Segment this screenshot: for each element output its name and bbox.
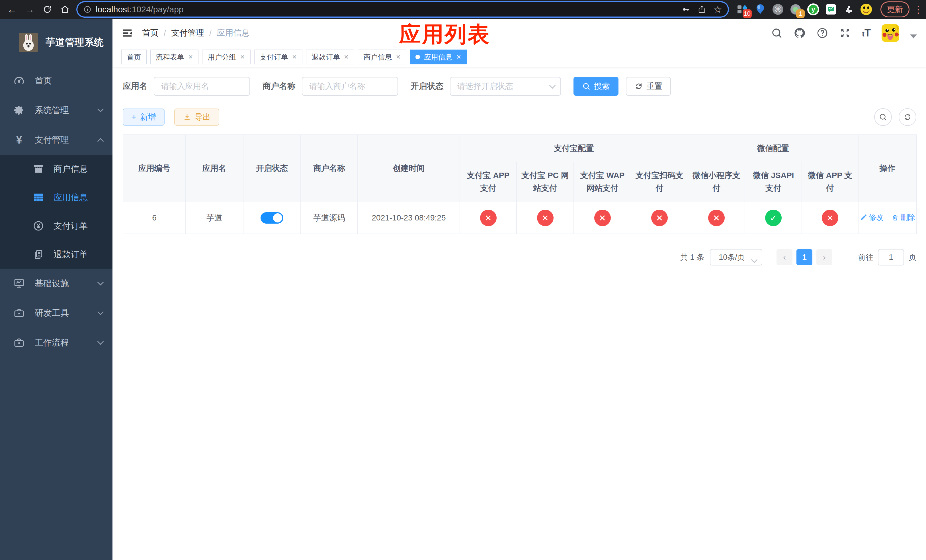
- blue-diamond-extension-icon[interactable]: 10: [736, 3, 749, 16]
- merchant-name-input[interactable]: [302, 77, 398, 96]
- table-row: 6芋道芋道源码2021-10-23 08:49:25✕✕✕✕✕✓✕修改删除: [123, 202, 917, 234]
- sidebar-item-label: 基础设施: [35, 278, 98, 289]
- bookmark-star-icon[interactable]: ☆: [714, 5, 722, 14]
- gear-icon: [12, 104, 26, 116]
- page-number-button[interactable]: 1: [796, 249, 813, 265]
- emoji-extension-icon[interactable]: [860, 3, 873, 16]
- sidebar-item-dev-tools[interactable]: 研发工具: [0, 298, 112, 328]
- key-icon[interactable]: [682, 5, 690, 14]
- apps-table: 应用编号应用名开启状态商户名称创建时间支付宝配置微信配置操作支付宝 APP 支付…: [123, 135, 917, 234]
- refresh-button[interactable]: [899, 108, 916, 126]
- tab-app-info[interactable]: 应用信息×: [410, 50, 467, 64]
- avatar-caret-icon[interactable]: [910, 35, 917, 38]
- url-text[interactable]: localhost:1024/pay/app: [96, 5, 678, 14]
- breadcrumb: 首页/支付管理/应用信息: [142, 27, 250, 39]
- home-icon[interactable]: [57, 2, 73, 17]
- sidebar-item-refund-order[interactable]: 退款订单: [0, 240, 112, 269]
- cross-circle-icon: ✕: [651, 210, 668, 226]
- browser-update-button[interactable]: 更新: [881, 2, 909, 17]
- reset-button[interactable]: 重置: [626, 77, 671, 96]
- delete-link[interactable]: 删除: [891, 212, 915, 222]
- search-button[interactable]: 搜索: [573, 77, 619, 96]
- sidebar-item-system[interactable]: 系统管理: [0, 95, 112, 125]
- font-size-icon[interactable]: tT: [862, 27, 871, 39]
- sidebar-item-pay-order[interactable]: 支付订单: [0, 212, 112, 240]
- grid-icon: [32, 192, 45, 203]
- close-icon[interactable]: ×: [188, 53, 193, 61]
- prev-page-button[interactable]: ‹: [776, 249, 793, 265]
- sidebar-item-infrastructure[interactable]: 基础设施: [0, 269, 112, 298]
- tab-label: 支付订单: [260, 52, 288, 62]
- cross-circle-icon: ✕: [480, 210, 496, 226]
- table-toolbar: + 新增 导出: [123, 108, 916, 126]
- chevron-down-icon: [97, 106, 104, 112]
- info-icon[interactable]: [83, 5, 92, 14]
- collapse-sidebar-icon[interactable]: [119, 24, 136, 42]
- goto-page-input[interactable]: [878, 249, 904, 265]
- sidebar-item-payment[interactable]: ¥支付管理: [0, 125, 112, 155]
- sidebar-logo[interactable]: 芋道管理系统: [0, 19, 112, 66]
- chevron-down-icon: [97, 338, 104, 345]
- app-name-input[interactable]: [154, 77, 250, 96]
- help-icon[interactable]: [816, 27, 828, 39]
- tab-label: 流程表单: [156, 52, 184, 62]
- close-icon[interactable]: ×: [344, 53, 348, 61]
- breadcrumb-item[interactable]: 首页: [142, 27, 159, 39]
- total-count: 共 1 条: [680, 252, 704, 262]
- tab-pay-order[interactable]: 支付订单×: [254, 50, 303, 64]
- page-content: 应用名 商户名称 开启状态 搜索: [112, 67, 926, 560]
- reload-icon[interactable]: [39, 2, 55, 17]
- monitor-icon: [12, 278, 26, 289]
- enabled-switch[interactable]: [260, 212, 283, 224]
- close-icon[interactable]: ×: [396, 53, 400, 61]
- green-dot-extension-icon[interactable]: 1: [789, 3, 802, 16]
- merchant-name-label: 商户名称: [263, 80, 295, 92]
- puzzle-extension-icon[interactable]: [842, 3, 855, 16]
- share-icon[interactable]: [698, 5, 706, 14]
- close-icon[interactable]: ×: [240, 53, 245, 61]
- cell-channel-status: ✕: [631, 202, 688, 234]
- cell-channel-status: ✕: [516, 202, 574, 234]
- user-avatar[interactable]: [882, 24, 899, 42]
- cell-merchant: 芋道源码: [301, 202, 358, 234]
- sidebar-item-app-info[interactable]: 应用信息: [0, 183, 112, 212]
- address-bar[interactable]: localhost:1024/pay/app ☆: [77, 2, 728, 17]
- sidebar-item-label: 退款订单: [53, 249, 103, 260]
- yen-icon: ¥: [12, 134, 26, 145]
- close-icon[interactable]: ×: [292, 53, 297, 61]
- back-icon[interactable]: ←: [4, 2, 20, 17]
- browser-menu-icon[interactable]: ⋮: [914, 4, 922, 15]
- chevron-down-icon: [97, 279, 104, 286]
- cell-channel-status: ✕: [574, 202, 631, 234]
- tab-label: 首页: [127, 52, 141, 62]
- breadcrumb-item[interactable]: 支付管理: [171, 27, 204, 39]
- sidebar-item-merchant-info[interactable]: 商户信息: [0, 155, 112, 183]
- sidebar-item-home[interactable]: 首页: [0, 66, 112, 95]
- tab-label: 应用信息: [424, 52, 452, 62]
- fullscreen-icon[interactable]: [839, 27, 851, 39]
- command-extension-icon[interactable]: ⌘: [772, 3, 784, 16]
- toggle-search-button[interactable]: [874, 108, 892, 126]
- edit-link[interactable]: 修改: [859, 212, 884, 222]
- export-button[interactable]: 导出: [174, 109, 219, 126]
- forward-icon[interactable]: →: [22, 2, 38, 17]
- close-icon[interactable]: ×: [457, 53, 461, 61]
- balloon-extension-icon[interactable]: [754, 3, 767, 16]
- tab-home[interactable]: 首页: [121, 50, 147, 64]
- y-circle-extension-icon[interactable]: y: [807, 3, 820, 16]
- app-name-label: 应用名: [123, 80, 147, 92]
- search-icon[interactable]: [771, 27, 783, 39]
- tab-refund-order[interactable]: 退款订单×: [306, 50, 354, 64]
- page-size-select[interactable]: 10条/页: [710, 249, 762, 265]
- shop-icon: [32, 163, 45, 175]
- tab-flow-form[interactable]: 流程表单×: [150, 50, 198, 64]
- add-button[interactable]: + 新增: [123, 109, 165, 126]
- github-icon[interactable]: [794, 27, 805, 39]
- tab-user-group[interactable]: 用户分组×: [202, 50, 250, 64]
- app-title: 芋道管理系统: [45, 36, 104, 49]
- status-select[interactable]: [450, 77, 561, 96]
- tab-merchant-info[interactable]: 商户信息×: [358, 50, 406, 64]
- sidebar-item-workflow[interactable]: 工作流程: [0, 328, 112, 357]
- chat-extension-icon[interactable]: [825, 3, 837, 16]
- next-page-button[interactable]: ›: [816, 249, 832, 265]
